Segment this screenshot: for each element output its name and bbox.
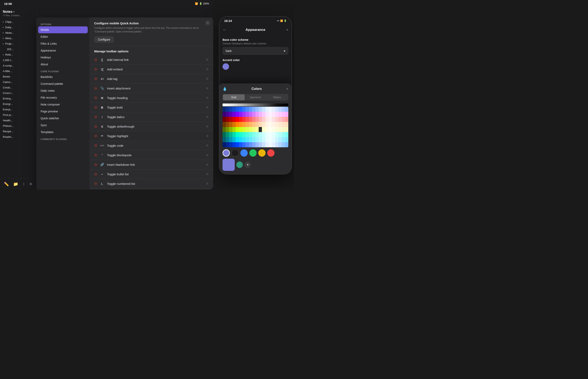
settings-item-note-composer[interactable]: Note composer <box>36 101 89 108</box>
tab-grid[interactable]: Grid <box>223 94 245 100</box>
color-cell[interactable] <box>262 132 265 137</box>
list-item[interactable]: A comp... <box>0 63 36 68</box>
color-cell[interactable] <box>265 107 269 112</box>
color-cell[interactable] <box>285 122 288 127</box>
color-cell[interactable] <box>249 107 252 112</box>
color-cell[interactable] <box>226 132 229 137</box>
color-cell[interactable] <box>249 122 252 127</box>
drag-handle-icon[interactable]: ≡ <box>206 77 208 81</box>
color-cell[interactable] <box>236 122 239 127</box>
drag-handle-icon[interactable]: ≡ <box>206 67 208 71</box>
list-item[interactable]: ▸Meta... <box>0 35 36 41</box>
color-cell[interactable] <box>275 127 278 132</box>
color-cell[interactable] <box>252 137 255 142</box>
settings-item-daily-notes[interactable]: Daily notes <box>36 87 89 94</box>
color-cell[interactable] <box>282 122 285 127</box>
color-cell[interactable] <box>236 142 239 147</box>
color-cell[interactable] <box>229 137 232 142</box>
color-cell[interactable] <box>229 142 232 147</box>
color-cell[interactable] <box>226 107 229 112</box>
color-cell[interactable] <box>255 122 259 127</box>
color-cell[interactable] <box>282 107 285 112</box>
color-cell[interactable] <box>239 142 242 147</box>
edit-button[interactable]: ✏️ <box>2 180 11 188</box>
color-cell[interactable] <box>265 137 269 142</box>
color-cell[interactable] <box>259 127 262 132</box>
color-cell[interactable] <box>232 127 236 132</box>
remove-icon[interactable]: ⊖ <box>94 124 97 129</box>
color-cell[interactable] <box>236 107 239 112</box>
list-item[interactable]: ▸Proje... <box>0 41 36 47</box>
color-cell[interactable] <box>259 137 262 142</box>
list-item[interactable]: Recipe... <box>0 129 36 134</box>
color-cell[interactable] <box>232 117 236 122</box>
close-button[interactable]: × <box>286 28 288 32</box>
color-cell[interactable] <box>242 127 245 132</box>
color-cell[interactable] <box>275 117 278 122</box>
color-cell[interactable] <box>278 122 282 127</box>
list-item[interactable]: ▸Refe... <box>0 52 36 57</box>
color-cell[interactable] <box>255 127 259 132</box>
color-cell[interactable] <box>282 137 285 142</box>
color-cell[interactable] <box>269 137 272 142</box>
color-cell[interactable] <box>262 112 265 117</box>
folder-button[interactable]: 📁 <box>12 180 20 188</box>
color-cell[interactable] <box>232 132 236 137</box>
color-cell[interactable] <box>223 142 226 147</box>
color-cell[interactable] <box>285 132 288 137</box>
color-cell[interactable] <box>265 117 269 122</box>
list-item[interactable]: Calmn... <box>0 79 36 85</box>
drag-handle-icon[interactable]: ≡ <box>206 134 208 138</box>
color-cell[interactable] <box>223 112 226 117</box>
color-cell[interactable] <box>262 107 265 112</box>
color-cell[interactable] <box>255 137 259 142</box>
list-item[interactable]: Roadm... <box>0 134 36 140</box>
color-cell[interactable] <box>236 112 239 117</box>
drag-handle-icon[interactable]: ≡ <box>206 96 208 100</box>
color-cell[interactable] <box>275 107 278 112</box>
settings-item-command-palette[interactable]: Command palette <box>36 80 89 87</box>
list-item[interactable]: Philoso... <box>0 123 36 129</box>
color-cell[interactable] <box>278 107 282 112</box>
color-cell[interactable] <box>275 112 278 117</box>
color-cell[interactable] <box>223 122 226 127</box>
settings-item-editor[interactable]: Editor <box>36 33 89 40</box>
color-cell[interactable] <box>252 107 255 112</box>
color-cell[interactable] <box>239 112 242 117</box>
color-cell[interactable] <box>278 132 282 137</box>
preset-color-green[interactable] <box>249 149 257 157</box>
color-cell[interactable] <box>242 112 245 117</box>
remove-icon[interactable]: ⊖ <box>94 143 97 148</box>
color-cell[interactable] <box>278 137 282 142</box>
color-cell[interactable] <box>239 117 242 122</box>
color-cell[interactable] <box>229 132 232 137</box>
color-cell[interactable] <box>236 132 239 137</box>
preset-color-yellow[interactable] <box>258 149 266 157</box>
color-cell[interactable] <box>229 117 232 122</box>
color-cell[interactable] <box>259 112 262 117</box>
remove-icon[interactable]: ⊖ <box>94 95 97 100</box>
settings-item-sync[interactable]: Sync <box>36 122 89 129</box>
color-cell[interactable] <box>285 137 288 142</box>
color-cell[interactable] <box>242 132 245 137</box>
color-cell[interactable] <box>259 122 262 127</box>
color-cell[interactable] <box>236 127 239 132</box>
list-item[interactable]: ▸Ideas... <box>0 30 36 35</box>
tab-spectrum[interactable]: Spectrum <box>245 94 266 100</box>
color-cell[interactable] <box>226 117 229 122</box>
color-cell[interactable] <box>249 117 252 122</box>
close-button[interactable]: ✕ <box>27 180 34 188</box>
drag-handle-icon[interactable]: ≡ <box>206 124 208 129</box>
settings-item-files-links[interactable]: Files & Links <box>36 40 89 47</box>
scheme-select[interactable]: Dark ▾ <box>223 47 288 55</box>
list-item[interactable]: 1,000 t... <box>0 57 36 63</box>
color-cell[interactable] <box>285 142 288 147</box>
color-cell[interactable] <box>285 117 288 122</box>
color-cell[interactable] <box>242 117 245 122</box>
color-cell[interactable] <box>249 127 252 132</box>
color-cell[interactable] <box>245 137 249 142</box>
list-item[interactable]: First pr... <box>0 112 36 118</box>
color-cell[interactable] <box>269 122 272 127</box>
color-cell[interactable] <box>249 142 252 147</box>
list-item[interactable]: Books <box>0 74 36 79</box>
